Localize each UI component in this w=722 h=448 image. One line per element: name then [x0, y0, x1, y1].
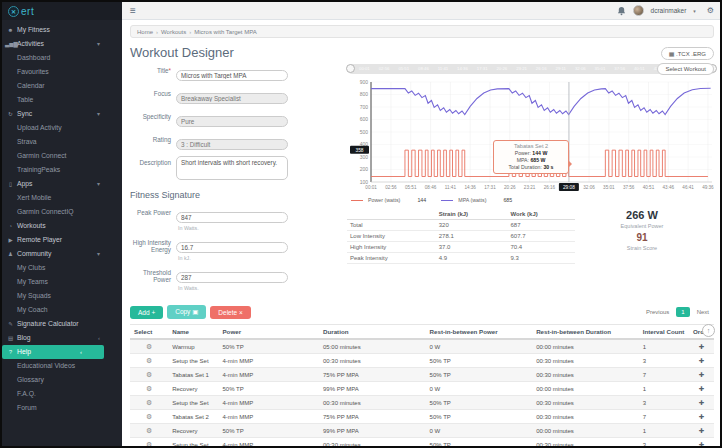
column-header-power[interactable]: Power [218, 325, 319, 340]
sidebar-item-xert-mobile[interactable]: Xert Mobile [2, 191, 122, 205]
sidebar-item-my-fitness[interactable]: ☻My Fitness [2, 23, 122, 37]
sidebar-item-upload-activity[interactable]: Upload Activity [2, 121, 122, 135]
pagination-previous[interactable]: Previous [641, 307, 674, 317]
move-row-icon[interactable]: ✚ [699, 371, 704, 378]
column-header-duration[interactable]: Duration [319, 325, 426, 340]
pagination-next[interactable]: Next [692, 307, 714, 317]
workout-chart[interactable]: 10020030040050060070080090000:0102:5605:… [347, 78, 716, 196]
order-cell: ✚ [689, 410, 714, 424]
table-row: ⚙Tabatas Set 24-min MMP75% PP MPA50% TP0… [130, 410, 714, 424]
equivalent-power-value: 266 W [582, 209, 702, 221]
delete-button[interactable]: Delete × [210, 306, 250, 319]
svg-text:14:36: 14:36 [464, 185, 476, 190]
required-asterisk: * [169, 67, 171, 74]
sidebar-item-educational-videos[interactable]: Educational Videos [2, 359, 122, 373]
pagination-page-1[interactable]: 1 [676, 307, 689, 317]
user-menu[interactable]: dcrainmaker [651, 7, 687, 14]
rib-duration-cell: 00:30 minutes [532, 438, 639, 448]
chart-legend: Power (watts)144MPA (watts)685 [351, 197, 716, 203]
sidebar-item-workouts[interactable]: ◔Workouts [2, 219, 122, 233]
description-field[interactable] [176, 156, 288, 180]
row-settings-icon[interactable]: ⚙ [146, 357, 152, 364]
breadcrumb-item-home[interactable]: Home [137, 29, 153, 35]
form-row-focus: Focus [130, 87, 295, 105]
sidebar-item-community[interactable]: ♟Community▾ [2, 247, 122, 261]
row-settings-icon[interactable]: ⚙ [146, 371, 152, 378]
move-row-icon[interactable]: ✚ [699, 357, 704, 364]
xert-logo[interactable]: ✕ ert [2, 2, 122, 20]
svg-text:40:51: 40:51 [643, 185, 655, 190]
rib-power-cell: 50% TP [426, 354, 533, 368]
row-settings-icon[interactable]: ⚙ [146, 385, 152, 392]
sidebar-item-garmin-connectiq[interactable]: Garmin ConnectIQ [2, 205, 122, 219]
column-header-rest-in-between-duration[interactable]: Rest-in-between Duration [532, 325, 639, 340]
svg-text:23:21: 23:21 [524, 185, 536, 190]
sidebar-item-favourites[interactable]: Favourites [2, 65, 122, 79]
sidebar-item-glossary[interactable]: Glossary [2, 373, 122, 387]
svg-text:11:41: 11:41 [445, 185, 457, 190]
row-settings-icon[interactable]: ⚙ [146, 413, 152, 420]
move-row-icon[interactable]: ✚ [699, 427, 704, 434]
scroll-to-top-button[interactable]: ↑ [702, 324, 715, 337]
name-cell: Tabatas Set 1 [168, 368, 218, 382]
sidebar-item-signature-calculator[interactable]: ✎Signature Calculator [2, 317, 122, 331]
sidebar-item-apps[interactable]: ▯Apps▾ [2, 177, 122, 191]
sidebar-item-sync[interactable]: ↻Sync▾ [2, 107, 122, 121]
sidebar-item-my-coach[interactable]: My Coach [2, 303, 122, 317]
field-label: Rating [130, 133, 176, 151]
move-row-icon[interactable]: ✚ [699, 343, 704, 350]
sidebar-item-my-clubs[interactable]: My Clubs [2, 261, 122, 275]
copy-button[interactable]: Copy ▣ [167, 305, 206, 319]
threshold-power-field[interactable] [176, 272, 288, 283]
move-row-icon[interactable]: ✚ [699, 385, 704, 392]
sidebar-item-my-teams[interactable]: My Teams [2, 275, 122, 289]
sidebar-item-garmin-connect[interactable]: Garmin Connect [2, 149, 122, 163]
high-intensity-energy-field[interactable] [176, 242, 288, 253]
stats-cell: 4.9 [436, 253, 508, 264]
row-settings-icon[interactable]: ⚙ [146, 441, 152, 448]
sidebar-item-my-squads[interactable]: My Squads [2, 289, 122, 303]
breadcrumb-separator: › [156, 29, 158, 35]
name-cell: Recovery [168, 382, 218, 396]
add-button[interactable]: Add + [130, 306, 163, 319]
title-field[interactable] [176, 70, 288, 81]
sidebar-item-trainingpeaks[interactable]: TrainingPeaks [2, 163, 122, 177]
sidebar-item-label: Activities [17, 40, 44, 47]
sidebar-item-f-a-q[interactable]: F.A.Q. [2, 387, 122, 401]
column-header-name[interactable]: Name [168, 325, 218, 340]
legend-current-value: 685 [503, 197, 512, 203]
chart-tooltip: Tabatas Set 2 Power: 144 WMPA: 685 WTota… [493, 140, 569, 174]
sidebar-toggle-icon[interactable]: ≡ [130, 5, 136, 16]
sidebar-item-dashboard[interactable]: Dashboard [2, 51, 122, 65]
sidebar-item-calendar[interactable]: Calendar [2, 79, 122, 93]
row-settings-icon[interactable]: ⚙ [146, 427, 152, 434]
sidebar-item-strava[interactable]: Strava [2, 135, 122, 149]
move-row-icon[interactable]: ✚ [699, 413, 704, 420]
settings-gear-icon[interactable]: ⚙ [707, 6, 714, 15]
peak-power-field[interactable] [176, 212, 288, 223]
notifications-bell-icon[interactable] [617, 6, 626, 16]
row-settings-icon[interactable]: ⚙ [146, 343, 152, 350]
stats-cell: Low Intensity [347, 231, 436, 242]
column-header-select[interactable]: Select [130, 325, 168, 340]
export-tcx-erg-button[interactable]: ▦ .TCX .ERG [661, 47, 714, 60]
sidebar-item-activities[interactable]: ▃▅▇Activities▾ [2, 37, 122, 51]
column-header-interval-count[interactable]: Interval Count [639, 325, 689, 340]
scrubber-tick-label: 14:36 [457, 64, 468, 74]
sidebar-item-help[interactable]: ?Help‹ [2, 345, 104, 359]
avatar[interactable] [633, 5, 644, 16]
pagination: Previous 1 Next [641, 307, 714, 317]
sidebar-item-blog[interactable]: ▤Blog‹ [2, 331, 122, 345]
field-label: Specificity [130, 110, 176, 128]
scrubber-handle-left[interactable] [346, 64, 355, 73]
move-row-icon[interactable]: ✚ [699, 399, 704, 406]
sidebar-item-table[interactable]: Table [2, 93, 122, 107]
row-settings-icon[interactable]: ⚙ [146, 399, 152, 406]
sidebar-item-forum[interactable]: Forum [2, 401, 122, 415]
select-workout-button[interactable]: Select Workout [657, 63, 714, 75]
breadcrumb-item-workouts[interactable]: Workouts [161, 29, 186, 35]
sidebar-item-remote-player[interactable]: ▶Remote Player [2, 233, 122, 247]
column-header-rest-in-between-power[interactable]: Rest-in-between Power [426, 325, 533, 340]
move-row-icon[interactable]: ✚ [699, 441, 704, 448]
svg-text:800: 800 [360, 91, 369, 97]
